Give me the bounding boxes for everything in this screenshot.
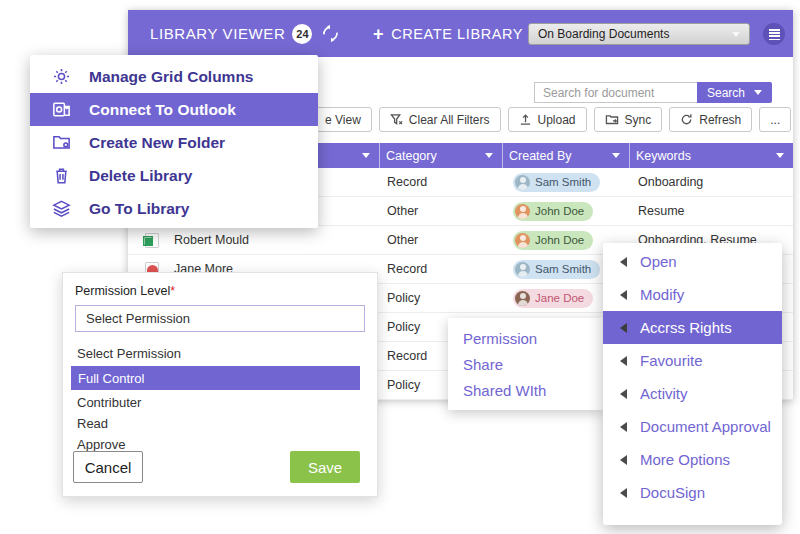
row-menu-item-activity[interactable]: Activity <box>603 377 782 410</box>
avatar <box>515 291 530 306</box>
row-menu-item-modify[interactable]: Modify <box>603 278 782 311</box>
app-title: LIBRARY VIEWER <box>150 25 285 42</box>
upload-button[interactable]: Upload <box>508 107 587 132</box>
row-menu-label: Favourite <box>640 352 703 369</box>
row-menu-label: Accrss Rights <box>640 319 732 336</box>
chevron-down-icon <box>754 90 762 95</box>
triangle-left-icon <box>620 488 627 498</box>
menu-item-go-to-library[interactable]: Go To Library <box>30 192 318 225</box>
row-menu-item-favourite[interactable]: Favourite <box>603 344 782 377</box>
column-label: Created By <box>509 149 572 163</box>
required-asterisk: * <box>170 284 175 298</box>
permission-options-list: Select Permission Full Control Contribut… <box>63 343 377 455</box>
created-by-name: Sam Smith <box>535 176 591 188</box>
save-button[interactable]: Save <box>290 451 360 483</box>
filter-icon[interactable] <box>362 153 370 158</box>
sync-folder-icon <box>605 113 619 126</box>
create-library-label: CREATE LIBRARY <box>391 26 523 42</box>
clear-all-filters-button[interactable]: Clear All Filters <box>379 107 501 132</box>
row-menu-item-docusign[interactable]: DocuSign <box>603 476 782 509</box>
search-button-label: Search <box>707 86 745 100</box>
gear-icon <box>51 66 72 87</box>
menu-item-connect-to-outlook[interactable]: Connect To Outlook <box>30 93 318 126</box>
more-options-button[interactable]: ... <box>759 107 791 132</box>
permission-option[interactable]: Contributer <box>63 392 377 413</box>
created-by-name: Sam Smith <box>535 263 591 275</box>
category-cell: Policy <box>380 291 503 305</box>
trash-icon <box>51 165 72 186</box>
created-by-badge: Jane Doe <box>513 289 593 308</box>
screen: LIBRARY VIEWER 24 + CREATE LIBRARY On Bo… <box>0 0 800 534</box>
filter-icon[interactable] <box>485 153 493 158</box>
document-count-badge: 24 <box>292 24 312 44</box>
plus-icon: + <box>373 25 384 43</box>
view-button-label: e View <box>325 113 361 127</box>
category-cell: Other <box>380 233 503 247</box>
column-label: Category <box>386 149 437 163</box>
row-menu-label: Modify <box>640 286 684 303</box>
submenu-item-permission[interactable]: Permission <box>463 326 604 352</box>
created-by-badge: Sam Smith <box>513 260 600 279</box>
submenu-item-share[interactable]: Share <box>463 352 604 378</box>
refresh-label: Refresh <box>699 113 741 127</box>
dialog-footer: Cancel Save <box>73 451 360 483</box>
column-header-category[interactable]: Category <box>380 143 503 168</box>
created-by-name: John Doe <box>535 234 584 246</box>
create-library-button[interactable]: + CREATE LIBRARY <box>373 25 523 43</box>
permission-option-selected[interactable]: Full Control <box>71 366 360 390</box>
row-menu-item-open[interactable]: Open <box>603 245 782 278</box>
column-header-keywords[interactable]: Keywords <box>630 143 793 168</box>
category-cell: Record <box>380 262 503 276</box>
search-input[interactable] <box>534 82 697 103</box>
refresh-button[interactable]: Refresh <box>669 107 752 132</box>
triangle-left-icon <box>620 389 627 399</box>
hamburger-menu-button[interactable] <box>763 23 785 45</box>
filter-icon[interactable] <box>776 153 784 158</box>
access-rights-submenu: Permission Share Shared WIth <box>448 318 604 410</box>
created-by-badge: John Doe <box>513 231 593 250</box>
menu-item-create-new-folder[interactable]: Create New Folder <box>30 126 318 159</box>
created-by-badge: John Doe <box>513 202 593 221</box>
menu-item-manage-grid-columns[interactable]: Manage Grid Columns <box>30 60 318 93</box>
permission-level-label: Permission Level* <box>75 284 377 298</box>
library-select-dropdown[interactable]: On Boarding Documents <box>528 23 750 45</box>
menu-item-delete-library[interactable]: Delete Library <box>30 159 318 192</box>
permission-select-display[interactable]: Select Permission <box>75 305 365 332</box>
search-button[interactable]: Search <box>697 82 772 103</box>
permission-option[interactable]: Select Permission <box>63 343 377 364</box>
upload-label: Upload <box>538 113 576 127</box>
avatar <box>515 233 530 248</box>
category-cell: Other <box>380 204 503 218</box>
outlook-icon <box>51 99 72 120</box>
row-menu-label: Open <box>640 253 677 270</box>
column-label: Keywords <box>636 149 691 163</box>
triangle-left-icon <box>620 257 627 267</box>
created-by-name: John Doe <box>535 205 584 217</box>
filter-icon[interactable] <box>612 153 620 158</box>
category-cell: Record <box>380 175 503 189</box>
avatar <box>515 204 530 219</box>
keywords-cell: Onboarding <box>630 175 793 189</box>
row-menu-item-more-options[interactable]: More Options <box>603 443 782 476</box>
permission-option[interactable]: Read <box>63 413 377 434</box>
triangle-left-icon <box>620 290 627 300</box>
column-header-created-by[interactable]: Created By <box>503 143 630 168</box>
clear-all-filters-label: Clear All Filters <box>409 113 490 127</box>
row-menu-item-access-rights[interactable]: Accrss Rights <box>603 311 782 344</box>
toolbar: e View Clear All Filters Upload Sync <box>294 107 791 132</box>
label-text: Permission Level <box>75 284 170 298</box>
cancel-button[interactable]: Cancel <box>73 451 143 483</box>
excel-file-icon <box>145 233 159 248</box>
hamburger-icon <box>769 29 780 40</box>
sync-button[interactable]: Sync <box>594 107 663 132</box>
keywords-cell: Resume <box>630 204 793 218</box>
row-menu-label: Document Approval <box>640 418 771 435</box>
triangle-left-icon <box>620 323 627 333</box>
sync-label: Sync <box>625 113 652 127</box>
document-name: Robert Mould <box>174 233 249 247</box>
submenu-item-shared-with[interactable]: Shared WIth <box>463 378 604 404</box>
menu-item-label: Create New Folder <box>89 134 225 152</box>
created-by-name: Jane Doe <box>535 292 584 304</box>
refresh-icon[interactable] <box>321 24 340 43</box>
row-menu-item-document-approval[interactable]: Document Approval <box>603 410 782 443</box>
